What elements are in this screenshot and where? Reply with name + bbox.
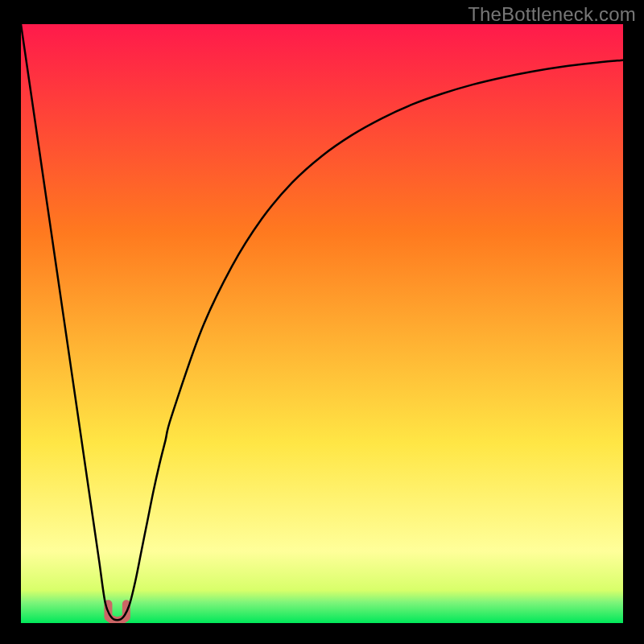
watermark-text: TheBottleneck.com bbox=[468, 3, 636, 26]
chart-frame: { "watermark": "TheBottleneck.com", "col… bbox=[0, 0, 644, 644]
bottleneck-chart bbox=[21, 24, 623, 623]
chart-background bbox=[21, 24, 623, 623]
